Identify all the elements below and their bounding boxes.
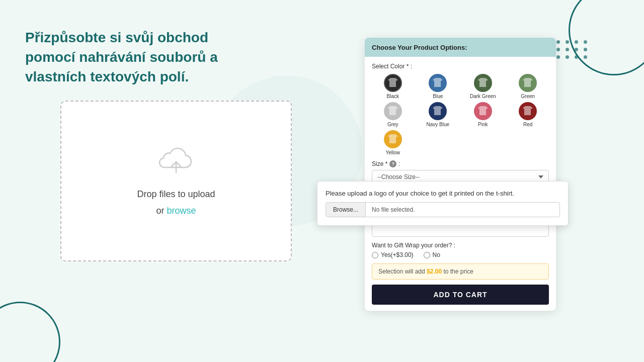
- giftwrap-yes[interactable]: Yes(+$3.00): [372, 251, 414, 258]
- giftwrap-label: Want to Gift Wrap your order? :: [372, 242, 549, 249]
- color-swatch-red: [519, 102, 537, 120]
- price-notice: Selection will add $2.00 to the price: [372, 263, 549, 280]
- color-swatch-grey: [384, 102, 402, 120]
- bg-circle-top-right: [569, 0, 644, 75]
- upload-cloud-icon: [158, 146, 194, 183]
- color-swatch-pink: [474, 102, 492, 120]
- giftwrap-options: Yes(+$3.00) No: [372, 251, 549, 258]
- color-swatch-darkgreen: [474, 74, 492, 92]
- file-browse-button[interactable]: Browse...: [326, 203, 366, 217]
- color-option-red[interactable]: Red: [507, 102, 549, 127]
- giftwrap-no[interactable]: No: [424, 251, 440, 258]
- product-options-card: Choose Your Product Options: Select Colo…: [365, 38, 556, 311]
- color-label-blue: Blue: [433, 94, 443, 99]
- no-file-label: No file selected.: [366, 203, 559, 217]
- color-swatch-green: [519, 74, 537, 92]
- size-info-icon: ?: [389, 160, 396, 167]
- add-to-cart-button[interactable]: ADD TO CART: [372, 285, 549, 305]
- color-label-navyblue: Navy Blue: [426, 122, 449, 127]
- logo-upload-popup: Please upload a logo of your choice to g…: [317, 181, 569, 226]
- page-title: Přizpůsobte si svůj obchod pomocí nahráv…: [25, 28, 236, 87]
- color-section-label: Select Color * :: [372, 63, 549, 70]
- giftwrap-yes-radio[interactable]: [372, 252, 378, 258]
- file-input-row: Browse... No file selected.: [326, 202, 560, 217]
- color-label-yellow: Yellow: [385, 150, 400, 155]
- card-header: Choose Your Product Options:: [365, 38, 556, 57]
- upload-dropzone[interactable]: Drop files to upload or browse: [60, 101, 292, 261]
- logo-upload-text: Please upload a logo of your choice to g…: [326, 190, 560, 197]
- color-option-green[interactable]: Green: [507, 74, 549, 99]
- price-highlight: $2.00: [427, 268, 442, 275]
- size-section-label: Size * ? :: [372, 160, 549, 167]
- browse-link[interactable]: browse: [167, 206, 196, 216]
- color-label-black: Black: [387, 94, 399, 99]
- color-label-grey: Grey: [387, 122, 398, 127]
- color-option-grey[interactable]: Grey: [372, 102, 414, 127]
- card-header-title: Choose Your Product Options:: [372, 44, 467, 51]
- dots-grid: [556, 40, 589, 59]
- color-swatch-black: [384, 74, 402, 92]
- intro-text-block: Přizpůsobte si svůj obchod pomocí nahráv…: [25, 28, 236, 87]
- giftwrap-no-radio[interactable]: [424, 252, 430, 258]
- color-option-black[interactable]: Black: [372, 74, 414, 99]
- color-label-green: Green: [521, 94, 535, 99]
- color-option-darkgreen[interactable]: Dark Green: [462, 74, 504, 99]
- color-label-pink: Pink: [478, 122, 488, 127]
- color-label-red: Red: [523, 122, 532, 127]
- drop-files-text: Drop files to upload: [137, 189, 215, 200]
- color-option-yellow[interactable]: Yellow: [372, 130, 414, 155]
- color-option-navyblue[interactable]: Navy Blue: [417, 102, 459, 127]
- color-option-blue[interactable]: Blue: [417, 74, 459, 99]
- color-swatch-navyblue: [429, 102, 447, 120]
- color-label-darkgreen: Dark Green: [470, 94, 496, 99]
- color-option-pink[interactable]: Pink: [462, 102, 504, 127]
- browse-text: or browse: [156, 206, 196, 216]
- color-swatch-yellow: [384, 130, 402, 148]
- giftwrap-section: Want to Gift Wrap your order? : Yes(+$3.…: [372, 242, 549, 258]
- bg-circle-bottom-left: [0, 302, 60, 362]
- color-swatch-blue: [429, 74, 447, 92]
- color-grid: Black Blue Dark Green: [372, 74, 549, 155]
- size-section: Size * ? : --Choose Size-- XS S M L XL X…: [372, 160, 549, 184]
